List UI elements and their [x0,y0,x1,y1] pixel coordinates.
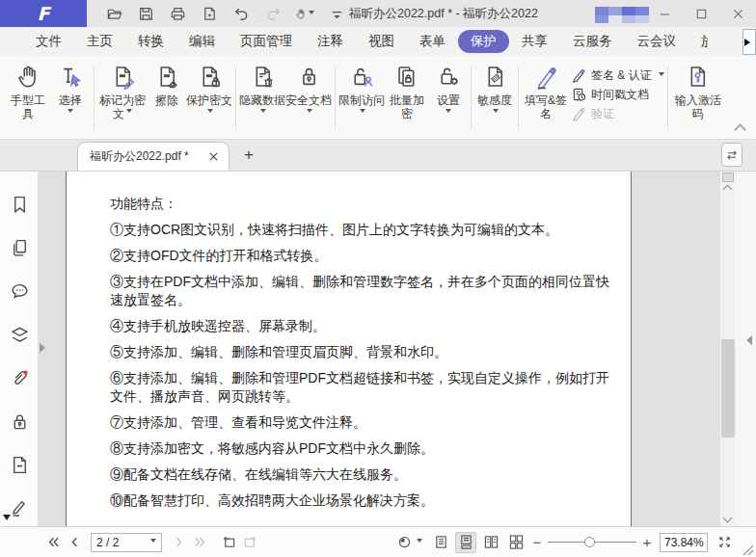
next-page-icon[interactable] [168,532,189,553]
menu-tab-page-management[interactable]: 页面管理 [228,30,305,53]
window-resize-grip[interactable] [742,543,754,555]
batch-encrypt-icon [394,64,420,90]
signatures-panel-icon[interactable] [10,498,30,518]
ribbon-tool-hide-data[interactable]: 隐藏数据 [239,62,285,120]
logo-letter: F [38,3,50,24]
zoom-out-icon[interactable]: − [530,534,544,550]
expand-left-panel-handle[interactable] [40,343,50,353]
fullscreen-icon[interactable] [714,532,735,553]
close-button[interactable] [719,0,756,27]
tool-label: 选择 [59,93,82,107]
ribbon-tool-batch-encrypt[interactable]: 批量加密 [385,62,429,120]
zoom-slider[interactable] [548,533,636,552]
foxit-logo[interactable]: F [0,0,87,27]
print-icon[interactable] [168,4,187,23]
page-number-input[interactable]: 2 / 2 [91,533,162,552]
doc-line: ①支持OCR图文识别，快速将扫描件、图片上的文字转换为可编辑的文本。 [110,221,621,239]
right-panel-strip [736,172,756,526]
menu-tab-protect[interactable]: 保护 [458,30,509,53]
zoom-slider-knob[interactable] [584,537,595,547]
chevron-down-icon [150,539,156,545]
previous-page-icon[interactable] [64,532,85,553]
scrollbar-split-handle[interactable] [722,172,734,182]
verify-item[interactable]: 验证 [572,106,664,122]
next-view-icon[interactable] [239,532,260,553]
single-page-view-icon[interactable] [430,532,451,553]
create-pdf-icon[interactable] [200,4,219,23]
chevron-down-icon [659,72,664,79]
pdf-page: 功能特点： ①支持OCR图文识别，快速将扫描件、图片上的文字转换为可编辑的文本。… [66,172,632,526]
menu-tab-edit[interactable]: 编辑 [176,30,228,53]
previous-view-icon[interactable] [218,532,239,553]
attention-dot [23,370,27,374]
minimize-button[interactable] [646,0,683,27]
continuous-view-icon[interactable] [455,532,476,553]
open-file-icon[interactable] [104,4,123,23]
ribbon-tool-activation-code[interactable]: 输入激活码 [671,62,725,120]
menu-tab-share[interactable]: 共享 [509,30,560,53]
layers-panel-icon[interactable] [10,325,30,345]
tool-label: 擦除 [155,93,178,107]
ribbon-tool-protect-redact[interactable]: 保护密文 [186,62,232,120]
continuous-facing-view-icon[interactable] [505,532,526,553]
fields-panel-icon[interactable] [10,455,30,475]
menu-tab-form[interactable]: 表单 [407,30,458,53]
toggle-panel-icon[interactable] [721,143,742,167]
zoom-level-input[interactable]: 73.84% [660,533,708,552]
security-panel-icon[interactable] [10,411,30,432]
sign-certify-item[interactable]: 签名 & 认证 [572,67,664,84]
chevron-down-icon [360,109,365,116]
menu-tab-cloud-meeting[interactable]: 云会议 [625,30,689,53]
ribbon-tool-sensitivity[interactable]: 敏感度 [474,62,515,120]
close-tab-icon[interactable] [205,149,221,165]
menu-tab-convert[interactable]: 转换 [125,30,176,53]
new-tab-button[interactable]: + [239,146,258,165]
menu-overflow-right-button[interactable] [742,29,756,55]
maximize-button[interactable] [683,0,719,27]
scroll-up-icon[interactable] [724,186,732,194]
zoom-in-icon[interactable]: + [640,534,654,550]
timestamp-doc-item[interactable]: 时间戳文档 [572,87,664,103]
menu-tab-cloud-service[interactable]: 云服务 [560,30,625,53]
customize-toolbar-icon[interactable] [327,4,346,23]
document-tab[interactable]: 福昕办公2022.pdf * [77,142,230,171]
bookmarks-panel-icon[interactable] [10,195,30,215]
ribbon-tool-fill-sign[interactable]: 填写&签名 [522,62,570,120]
restrict-access-icon [349,64,375,90]
window-title: 福昕办公2022.pdf * - 福昕办公2022 [349,0,538,27]
save-icon[interactable] [136,4,155,23]
facing-view-icon[interactable] [480,532,501,553]
redo-icon[interactable] [263,4,283,23]
ribbon-tool-hand[interactable]: 手型工具 [6,62,50,120]
select-text-icon [58,64,84,90]
tool-label: 隐藏数据 [239,93,285,107]
pages-panel-icon[interactable] [10,238,30,258]
expand-right-panel-handle[interactable] [742,335,752,345]
ribbon-tool-restrict-access[interactable]: 限制访问 [338,62,385,120]
scrollbar-thumb[interactable] [721,339,735,438]
ribbon-tool-settings[interactable]: 设置 [429,62,468,116]
attachments-panel-icon[interactable] [10,368,30,388]
sensitivity-icon [482,64,508,90]
menu-tab-home[interactable]: 主页 [74,30,125,53]
ribbon-tool-select[interactable]: 选择 [50,62,91,116]
vertical-scrollbar[interactable] [719,172,736,526]
ribbon-tool-mark-redact[interactable]: 标记为密文 [97,62,148,120]
ribbon-tool-erase[interactable]: 擦除 [148,62,186,107]
auto-scroll-icon[interactable] [393,532,415,553]
sidebar-overflow-icon[interactable] [3,515,11,524]
scroll-down-icon[interactable] [724,515,732,522]
first-page-icon[interactable] [42,532,64,553]
chevron-down-icon[interactable] [417,539,422,545]
sign-certify-icon [572,68,586,83]
menu-tab-slideshow[interactable]: 放映 [688,30,708,53]
hand-tool-icon[interactable] [295,4,314,23]
ribbon-tool-secure-document[interactable]: 安全文档 [285,62,332,120]
activation-code-icon [685,64,711,90]
menu-tab-view[interactable]: 视图 [356,30,407,53]
menu-tab-comment[interactable]: 注释 [305,30,356,53]
last-page-icon[interactable] [189,532,210,553]
undo-icon[interactable] [231,4,251,23]
comments-panel-icon[interactable] [10,281,30,302]
menu-tab-file[interactable]: 文件 [23,30,74,53]
